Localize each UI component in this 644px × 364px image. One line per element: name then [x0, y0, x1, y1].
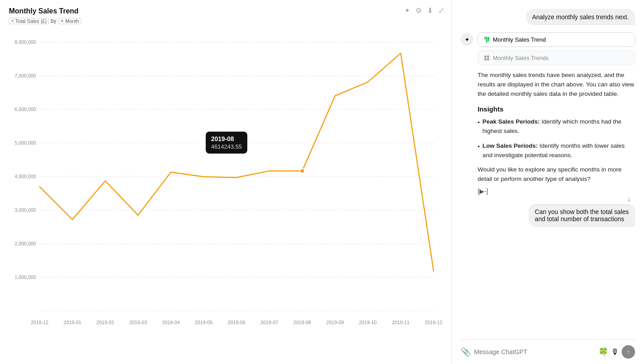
svg-text:5,000,000: 5,000,000 [15, 140, 36, 146]
insight-peak-bold: Peak Sales Periods: [483, 118, 540, 125]
svg-text:8,000,000: 8,000,000 [15, 39, 36, 45]
sparkle-icon[interactable]: ✦ [404, 6, 410, 15]
svg-text:2019-08: 2019-08 [293, 320, 311, 325]
svg-text:2019-03: 2019-03 [129, 320, 147, 325]
svg-text:2,000,000: 2,000,000 [15, 241, 36, 246]
sales-line [40, 53, 434, 271]
ai-content: Monthly Sales Trend Monthly Sales Trends… [478, 32, 635, 195]
svg-text:3,000,000: 3,000,000 [15, 207, 36, 213]
follow-up-text: Would you like to explore any specific m… [478, 165, 635, 184]
chart-svg: 8,000,000 7,000,000 6,000,000 5,000,000 … [9, 29, 442, 342]
svg-text:6,000,000: 6,000,000 [15, 107, 36, 112]
send-button[interactable]: ↑ [622, 345, 635, 359]
insight-low: • Low Sales Periods: Identify months wit… [478, 141, 635, 160]
ai-avatar: ✦ [461, 33, 473, 46]
user-message-1: Analyze monthly sales trends next. [526, 9, 635, 25]
message-input[interactable] [474, 348, 595, 355]
chart-subtitle: Y Total Sales (£) by ✕ Month [9, 18, 442, 24]
ai-analysis-text: The monthly sales trends have been analy… [478, 71, 635, 99]
svg-text:2019-07: 2019-07 [261, 320, 278, 325]
attach-icon[interactable]: 📎 [461, 347, 470, 357]
chart-container: 8,000,000 7,000,000 6,000,000 5,000,000 … [9, 29, 442, 342]
svg-text:2019-02: 2019-02 [97, 320, 114, 325]
record-icon[interactable]: 🎙 [611, 347, 619, 357]
chart-toolbar: ✦ ⚙ ⬇ ⤢ [404, 6, 444, 15]
svg-text:2019-05: 2019-05 [195, 320, 212, 325]
result-card-2[interactable]: Monthly Sales Trends [478, 51, 635, 65]
svg-text:✦: ✦ [465, 36, 470, 43]
x-axis-tag: ✕ Month [58, 18, 81, 24]
chart-area: Monthly Sales Trend Y Total Sales (£) by… [0, 0, 452, 364]
result-cards: Monthly Sales Trend Monthly Sales Trends [478, 32, 635, 65]
chart-title: Monthly Sales Trend [9, 7, 442, 15]
user-message-2-prefix: Can you show both the total sales [535, 208, 629, 215]
svg-text:2019-11: 2019-11 [392, 320, 409, 325]
insight-peak: • Peak Sales Periods: Identify which mon… [478, 117, 635, 136]
leaf-icon: 🍀 [598, 347, 608, 357]
tooltip-dot [300, 169, 305, 173]
expand-icon[interactable]: ⤢ [438, 6, 444, 15]
user-message-2: ↓ Can you show both the total sales and … [529, 204, 635, 227]
insight-low-bold: Low Sales Periods: [483, 142, 538, 149]
right-icons: 🍀 🎙 ↑ [598, 345, 635, 359]
download-icon[interactable]: ⬇ [427, 6, 433, 15]
user-message-2-suffix: and total number of transactions [535, 215, 624, 223]
filter-icon[interactable]: ⚙ [415, 6, 422, 15]
right-panel: Analyze monthly sales trends next. ✦ Mon… [452, 0, 644, 364]
ai-response-section: ✦ Monthly Sales Trend [461, 32, 635, 195]
svg-text:2019-12: 2019-12 [425, 320, 442, 325]
svg-text:2019-06: 2019-06 [228, 320, 245, 325]
svg-text:1,000,000: 1,000,000 [15, 274, 36, 280]
card-2-label: Monthly Sales Trends [493, 55, 549, 61]
down-arrow-icon: ↓ [627, 196, 631, 203]
svg-text:2018-12: 2018-12 [31, 320, 48, 325]
svg-text:2019-04: 2019-04 [162, 320, 179, 325]
card-1-label: Monthly Sales Trend [493, 36, 546, 43]
grid-icon [484, 56, 489, 60]
svg-text:2019-09: 2019-09 [326, 320, 343, 325]
typing-indicator: [▶-] [478, 188, 635, 195]
svg-text:7,000,000: 7,000,000 [15, 73, 36, 78]
svg-text:2019-10: 2019-10 [359, 320, 377, 325]
svg-text:4,000,000: 4,000,000 [15, 174, 36, 179]
bar-chart-icon [484, 37, 489, 43]
svg-text:2019-01: 2019-01 [64, 320, 81, 325]
result-card-1[interactable]: Monthly Sales Trend [478, 32, 635, 47]
message-input-bar: 📎 🍀 🎙 ↑ [461, 339, 635, 364]
insights-title: Insights [478, 105, 635, 113]
y-axis-tag: Y Total Sales (£) [9, 18, 49, 24]
